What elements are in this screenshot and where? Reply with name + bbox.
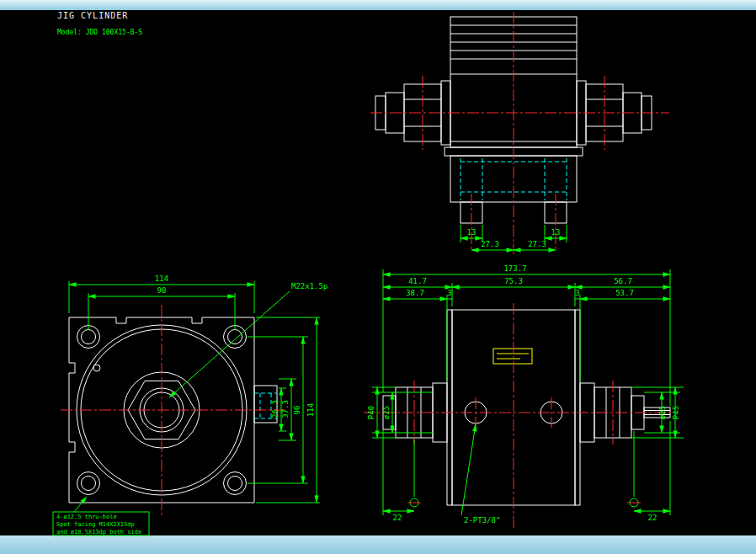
dim-plate-right: 3 xyxy=(575,289,579,297)
dim-off-left: 22 xyxy=(393,514,402,522)
note-line-2: Spot facing M14X2X15dp xyxy=(56,521,135,528)
dim-left: 41.7 xyxy=(408,277,427,285)
dim-body: 75.3 xyxy=(504,277,523,285)
window-chrome-bottom xyxy=(0,535,756,554)
dim-port-a: 26.3 xyxy=(271,400,280,418)
dim-foot-left: 13 xyxy=(467,228,476,237)
drawing-canvas[interactable]: JIG CYLINDER Model: JDD 100X15-B-S xyxy=(0,0,756,554)
drawing-title: JIG CYLINDER xyxy=(57,11,128,20)
dim-width-top: 114 xyxy=(155,274,168,283)
dim-plate-left: 3 xyxy=(447,289,451,297)
dim-port-b: 37.3 xyxy=(281,400,290,418)
cad-viewer-window: JIG CYLINDER Model: JDD 100X15-B-S xyxy=(0,0,756,554)
dim-foot-right: 13 xyxy=(551,228,561,237)
dim-bolt-span-right: 90 xyxy=(293,406,301,415)
dim-offset-left: 27.3 xyxy=(481,240,499,248)
dim-left2: 38.7 xyxy=(406,289,424,297)
dim-overall: 173.7 xyxy=(503,264,526,273)
dim-rod-right: ø25 xyxy=(658,406,667,419)
window-chrome-top xyxy=(0,0,756,10)
model-number: Model: JDD 100X15-B-S xyxy=(57,29,142,36)
dim-height-right: 114 xyxy=(306,403,315,417)
note-line-1: 4-ø12.5 thru-hole xyxy=(56,514,117,520)
dim-bolt-span-top: 90 xyxy=(157,286,167,295)
dim-nut-right: P45 xyxy=(672,406,680,419)
thread-callout: M22x1.5p xyxy=(291,282,327,290)
port-callout: 2-PT3/8" xyxy=(464,516,500,525)
dim-offset-right: 27.3 xyxy=(528,240,546,248)
dim-rod-left: ø25 xyxy=(382,406,391,419)
dim-nut-left: P40 xyxy=(367,406,375,419)
dim-right: 56.7 xyxy=(614,277,632,285)
dim-off-right: 22 xyxy=(648,514,658,522)
drawing-background xyxy=(0,0,756,554)
note-line-3: and ø18.5X13dp both side xyxy=(56,529,141,535)
dim-right2: 53.7 xyxy=(615,289,634,297)
